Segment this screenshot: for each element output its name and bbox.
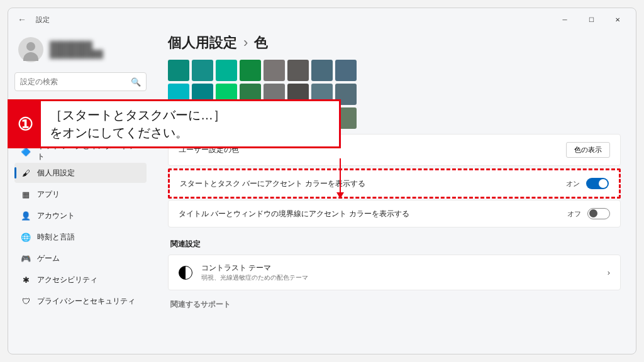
main-content: 個人用設定 › 色 ユーザー設定の色 色の表示 スタートとタスク バーにアクセン… — [153, 31, 636, 354]
app-title: 設定 — [36, 15, 50, 25]
color-swatch[interactable] — [335, 60, 357, 81]
privacy-icon: 🛡 — [21, 296, 31, 306]
contrast-text: コントラスト テーマ 弱視、光線過敏症のための配色テーマ — [201, 263, 308, 282]
breadcrumb-current: 色 — [254, 33, 268, 52]
sidebar-item-privacy[interactable]: 🛡 プライバシーとセキュリティ — [14, 291, 147, 311]
sidebar-item-personalization[interactable]: 🖌 個人用設定 — [14, 163, 147, 183]
search-icon: 🔍 — [131, 77, 141, 87]
search-box[interactable]: 🔍 — [14, 72, 147, 91]
start-taskbar-accent-toggle[interactable] — [586, 178, 609, 189]
sidebar-item-accessibility[interactable]: ✱ アクセシビリティ — [14, 270, 147, 290]
start-taskbar-accent-card: スタートとタスク バーにアクセント カラーを表示する オン — [168, 168, 621, 199]
sidebar-item-gaming[interactable]: 🎮 ゲーム — [14, 248, 147, 268]
sidebar-item-accounts[interactable]: 👤 アカウント — [14, 206, 147, 226]
sidebar-item-label: アプリ — [37, 189, 60, 200]
contrast-desc: 弱視、光線過敏症のための配色テーマ — [201, 273, 308, 282]
titlebar: ← 設定 ─ ☐ ✕ — [8, 8, 636, 31]
sidebar-item-label: ゲーム — [37, 253, 60, 264]
color-swatch[interactable] — [311, 60, 333, 81]
show-colors-button[interactable]: 色の表示 — [566, 142, 610, 158]
sidebar: ████████ ██████████ 🔍 💻 システム 🟦 Bluetooth… — [8, 31, 153, 354]
toggle-state-text: オン — [566, 179, 580, 189]
breadcrumb: 個人用設定 › 色 — [168, 31, 621, 60]
maximize-button[interactable]: ☐ — [578, 11, 604, 28]
related-support-heading: 関連するサポート — [168, 290, 621, 315]
sidebar-item-label: プライバシーとセキュリティ — [37, 296, 135, 307]
breadcrumb-parent[interactable]: 個人用設定 — [168, 33, 237, 52]
sidebar-item-label: 時刻と言語 — [37, 232, 75, 243]
contrast-theme-card[interactable]: コントラスト テーマ 弱視、光線過敏症のための配色テーマ › — [168, 255, 621, 290]
close-button[interactable]: ✕ — [604, 11, 631, 28]
color-swatch[interactable] — [264, 60, 285, 81]
accessibility-icon: ✱ — [21, 275, 31, 285]
sidebar-item-label: アカウント — [37, 211, 75, 221]
titlebar-accent-card: タイトル バーとウィンドウの境界線にアクセント カラーを表示する オフ — [168, 200, 621, 228]
start-taskbar-accent-label: スタートとタスク バーにアクセント カラーを表示する — [180, 178, 566, 189]
search-input[interactable] — [20, 77, 131, 86]
accounts-icon: 👤 — [21, 211, 31, 221]
color-swatch[interactable] — [216, 60, 237, 81]
contrast-title: コントラスト テーマ — [201, 263, 308, 273]
toggle-state-text: オフ — [567, 209, 581, 219]
instruction-callout: ① ［スタートとタスクバーに…］ をオンにしてください。 — [8, 99, 341, 148]
time-icon: 🌐 — [21, 232, 31, 242]
minimize-button[interactable]: ─ — [552, 11, 578, 28]
user-profile[interactable]: ████████ ██████████ — [14, 33, 147, 71]
titlebar-accent-row: タイトル バーとウィンドウの境界線にアクセント カラーを表示する オフ — [169, 200, 620, 227]
color-swatch[interactable] — [240, 60, 261, 81]
sidebar-item-time-language[interactable]: 🌐 時刻と言語 — [14, 227, 147, 247]
chevron-right-icon: › — [243, 35, 248, 51]
personalization-icon: 🖌 — [21, 168, 31, 178]
avatar — [18, 37, 43, 62]
color-swatch[interactable] — [168, 60, 189, 81]
back-button[interactable]: ← — [13, 11, 31, 28]
titlebar-accent-toggle[interactable] — [587, 208, 610, 219]
sidebar-item-label: アクセシビリティ — [37, 275, 97, 285]
gaming-icon: 🎮 — [21, 253, 31, 263]
sidebar-item-apps[interactable]: ▦ アプリ — [14, 184, 147, 204]
start-taskbar-accent-row: スタートとタスク バーにアクセント カラーを表示する オン — [170, 170, 619, 197]
titlebar-accent-label: タイトル バーとウィンドウの境界線にアクセント カラーを表示する — [179, 209, 567, 219]
color-swatch[interactable] — [287, 60, 309, 81]
chevron-right-icon: › — [608, 268, 610, 277]
color-swatch[interactable] — [192, 60, 213, 81]
related-settings-heading: 関連設定 — [168, 230, 621, 255]
settings-window: ← 設定 ─ ☐ ✕ ████████ ██████████ 🔍 💻 システ — [8, 8, 636, 354]
callout-badge: ① — [9, 101, 41, 146]
sidebar-item-label: 個人用設定 — [37, 168, 75, 178]
user-text: ████████ ██████████ — [50, 41, 103, 59]
apps-icon: ▦ — [21, 189, 31, 199]
window-controls: ─ ☐ ✕ — [552, 11, 631, 28]
callout-text: ［スタートとタスクバーに…］ をオンにしてください。 — [41, 101, 235, 146]
contrast-icon — [179, 266, 192, 280]
